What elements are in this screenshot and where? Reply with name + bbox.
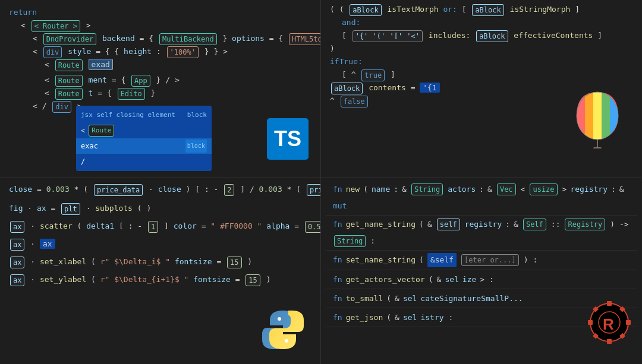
ax-box-2: ax (10, 239, 24, 251)
cursor-token: '{1 (420, 83, 439, 93)
dnd-provider-line: < DndProvider backend = { MultiBackend }… (9, 32, 311, 45)
rust-logo: R (586, 299, 633, 346)
scatter-num: 1 (148, 221, 158, 233)
app-component: App (131, 75, 150, 87)
spacer2 (9, 215, 311, 220)
fontsize-2: 15 (246, 274, 260, 286)
price-data-2: price_data (307, 184, 321, 196)
popup-block-badge: block (185, 140, 207, 153)
placeholder-box: [eter or...] (461, 254, 519, 266)
svg-rect-9 (593, 147, 602, 148)
spacer4 (9, 251, 311, 255)
svg-rect-6 (610, 92, 618, 140)
fn-get-name-section: fn get_name_string ( & self registry : &… (326, 216, 637, 251)
fn-set-name-section: fn set_name_string ( &self [eter or...] … (326, 251, 637, 270)
popup-item-exac[interactable]: exac block (76, 138, 212, 154)
ylabel-line: ax · set_ylabel ( r" $\Delta_{i+1}$ " fo… (9, 273, 311, 286)
spacer1 (9, 196, 311, 202)
q2-block-panel: ( ( aBlock isTextMorph or: [ aBlock isSt… (321, 0, 642, 178)
svg-point-11 (285, 339, 288, 343)
ax-cursor: ax (40, 239, 55, 249)
svg-point-10 (278, 317, 281, 321)
typescript-logo: TS (267, 118, 309, 160)
div-tag: div (43, 46, 62, 58)
svg-text:R: R (603, 315, 614, 333)
q3-python-panel: close = 0.003 * ( price_data · close ) [… (0, 178, 321, 364)
svg-rect-2 (577, 92, 585, 140)
ablock1: aBlock (350, 4, 381, 16)
string-type: String (411, 183, 443, 195)
q2-includes-line: [ '{' '(' '[' '<' includes: aBlock effec… (330, 29, 633, 42)
q2-and-line: and: (330, 16, 633, 29)
ablock3: aBlock (476, 30, 508, 42)
self-box-1: self (437, 219, 460, 230)
svg-rect-4 (593, 92, 602, 140)
route3-line: < Route t = { Edito } (9, 87, 311, 100)
svg-rect-14 (607, 339, 612, 344)
fn-get-actors-section: fn get_actors_vector ( & sel ize > : (326, 270, 637, 289)
q2-line1: ( ( aBlock isTextMorph or: [ aBlock isSt… (330, 3, 633, 16)
fn-set-name: set_name_string (346, 254, 416, 267)
fig-ax-line: fig · ax = plt · subplots ( ) (9, 202, 311, 215)
slice-num: 2 (224, 184, 234, 196)
q1-code-area: return < < Router > > < DndProvider back… (0, 0, 320, 119)
fn-to-small: to_small (346, 292, 383, 305)
alpha-val: 0.5 (305, 221, 321, 233)
svg-rect-5 (602, 92, 610, 140)
div-style-line: < div style = { { height : '100%' } } > (9, 45, 311, 58)
scatter-line: ax · scatter ( delta1 [ : - 1 ] color = … (9, 220, 311, 233)
route2-line: < Route ment = { App } / > (9, 74, 311, 87)
ax-box-4: ax (10, 274, 24, 286)
route1-line: < Route exad (9, 58, 311, 71)
ax-box-3: ax (10, 257, 24, 268)
router-tag: < Router > (32, 20, 80, 32)
return-keyword: return (9, 8, 37, 17)
spacer5 (9, 268, 311, 273)
popup-route-tag: Route (89, 125, 114, 137)
q2-close-paren: ) (330, 42, 633, 55)
editor-component: Edito (118, 88, 145, 100)
autocomplete-popup[interactable]: jsx self closing element block < Route e… (76, 106, 212, 171)
route-tag-3: Route (55, 88, 83, 100)
router-line: < < Router > > (9, 19, 311, 32)
false-token: false (341, 96, 368, 107)
q2-true-line: [ ^ true ] (330, 68, 633, 81)
popup-item-route[interactable]: < Route (76, 123, 212, 138)
return-line: return (9, 6, 311, 19)
q4-rust-panel: fn new ( name : & String actors : & Vec … (321, 178, 642, 364)
fn-get-name: get_name_string (346, 218, 416, 231)
svg-rect-13 (607, 301, 612, 306)
ablock2: aBlock (472, 4, 503, 16)
fn-new-name: new (346, 183, 360, 196)
svg-rect-15 (588, 320, 593, 325)
true-token: true (361, 69, 385, 81)
plt-box: plt (61, 203, 80, 215)
ablock4: aBlock (331, 83, 363, 94)
route-tag-2: Route (55, 75, 83, 87)
xlabel-line: ax · set_xlabel ( r" $\Delta_i$ " fontsi… (9, 255, 311, 268)
popup-item-slash[interactable]: / (76, 154, 212, 169)
vec-type: Vec (497, 183, 516, 195)
exad-token: exad (89, 59, 113, 70)
usize-type: usize (530, 183, 557, 195)
svg-rect-3 (585, 92, 593, 140)
route-tag-1: Route (55, 59, 83, 71)
self-type-1: Self (523, 219, 546, 230)
div-close-tag: div (52, 101, 71, 113)
height-val: '100%' (167, 46, 199, 58)
ax-box-1: ax (10, 221, 24, 233)
q2-iftrue-line: ifTrue: (330, 55, 633, 68)
dnd-tag: DndProvider (43, 33, 96, 45)
fontsize-1: 15 (227, 257, 241, 268)
spacer3 (9, 233, 311, 238)
svg-rect-16 (626, 320, 631, 325)
fn-get-actors: get_actors_vector (346, 273, 425, 286)
price-data-1: price_data (94, 184, 143, 196)
python-logo (261, 308, 306, 352)
char-set-box: '{' '(' '[' '<' (353, 30, 423, 42)
html5-option: HTML5toTouc (289, 33, 321, 45)
close-line: close = 0.003 * ( price_data · close ) [… (9, 183, 311, 196)
fn-get-json: get_json (346, 311, 383, 324)
balloon-svg (571, 89, 624, 148)
registry-type: Registry (565, 219, 605, 230)
